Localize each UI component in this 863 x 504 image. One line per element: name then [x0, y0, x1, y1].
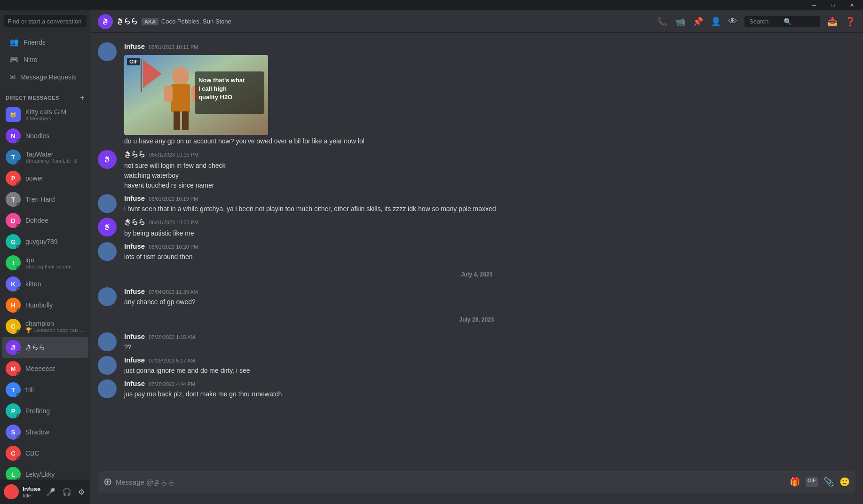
- profile-icon[interactable]: 👁: [728, 16, 737, 26]
- tren-hard-name: Tren Hard: [25, 196, 85, 203]
- message-group-3: Infuse 06/01/2023 10:19 PM i hvnt seen t…: [90, 192, 863, 216]
- iqe-info: iqe Sharing their screen: [25, 256, 85, 269]
- msg-header-6: Infuse 07/04/2023 11:39 AM: [124, 287, 855, 295]
- dm-item-leky-lkky[interactable]: L Leky/Lkky: [2, 464, 88, 480]
- header-search[interactable]: Search 🔍: [744, 16, 820, 27]
- msg-text-2b: watching waterboy: [124, 171, 855, 181]
- shadow-name: Shadow: [25, 428, 85, 436]
- divider-line-left-2: [98, 320, 453, 320]
- svg-rect-5: [174, 111, 180, 130]
- champion-name: champion: [25, 320, 85, 327]
- cbc-info: CBC: [25, 449, 85, 457]
- dm-item-kitten[interactable]: K kitten: [2, 274, 88, 294]
- meeeeeat-avatar: M: [6, 361, 21, 376]
- dm-item-iqe[interactable]: I iqe Sharing their screen: [2, 252, 88, 273]
- humbully-avatar: H: [6, 298, 21, 313]
- help-icon[interactable]: ❓: [845, 16, 855, 27]
- shadow-avatar: S: [6, 425, 21, 440]
- dm-item-kirara[interactable]: き きらら: [2, 337, 88, 358]
- user-area: Infuse Idle 🎤 🎧 ⚙: [0, 480, 90, 504]
- tren-hard-avatar: T: [6, 192, 21, 207]
- channel-avatar: き: [98, 14, 113, 29]
- input-add-button[interactable]: ⊕: [103, 476, 112, 488]
- prefiring-avatar: P: [6, 403, 21, 418]
- video-call-icon[interactable]: 📹: [675, 16, 685, 27]
- dm-section-header: DIRECT MESSAGES +: [0, 88, 90, 104]
- kirara-avatar-msg4: き: [98, 218, 117, 236]
- message-input[interactable]: [116, 478, 786, 486]
- svg-text:I call high: I call high: [198, 85, 227, 92]
- channel-name: きらら: [117, 17, 138, 26]
- msg-author-2: きらら: [124, 150, 145, 159]
- dm-item-tren-hard[interactable]: T Tren Hard: [2, 189, 88, 210]
- msg-header-5: Infuse 06/01/2023 10:20 PM: [124, 242, 855, 250]
- msg-content-3: Infuse 06/01/2023 10:19 PM i hvnt seen t…: [124, 194, 855, 214]
- leky-lkky-name: Leky/Lkky: [25, 471, 85, 478]
- gift-icon[interactable]: 🎁: [790, 477, 800, 487]
- dm-section-label: DIRECT MESSAGES: [6, 95, 59, 101]
- sticker-icon[interactable]: 📎: [823, 477, 834, 487]
- settings-button[interactable]: ⚙: [76, 487, 87, 497]
- kitty-cats-gim-avatar: 🐱: [6, 107, 21, 122]
- dm-item-humbully[interactable]: H Humbully: [2, 295, 88, 315]
- add-friend-icon[interactable]: 👤: [711, 16, 721, 27]
- sidebar-item-message-requests[interactable]: ✉ Message Requests: [4, 69, 87, 85]
- emoji-icon[interactable]: 🙂: [839, 477, 850, 487]
- infuse-avatar-6: [98, 287, 117, 306]
- msg-text-6: any chance of gp owed?: [124, 297, 855, 307]
- dm-item-kitty-cats-gim[interactable]: 🐱 Kitty cats GIM 4 Members: [2, 104, 88, 125]
- self-info: Infuse Idle: [23, 486, 44, 498]
- tapwater-avatar: T: [6, 150, 21, 165]
- dm-item-dohdee[interactable]: D Dohdee: [2, 210, 88, 231]
- find-conversation-input[interactable]: Find or start a conversation: [4, 15, 87, 27]
- inbox-icon[interactable]: 📥: [827, 16, 838, 27]
- sidebar-item-nitro[interactable]: 🎮 Nitro: [4, 51, 87, 68]
- dm-item-tapwater[interactable]: T TapWater Streaming RuneLite 🖥: [2, 147, 88, 167]
- msg-content-2: きらら 06/01/2023 10:15 PM not sure will lo…: [124, 150, 855, 190]
- msg-text-5: lots of tism around then: [124, 252, 855, 262]
- dm-item-prefiring[interactable]: P Prefiring: [2, 401, 88, 421]
- dm-item-power[interactable]: P power: [2, 168, 88, 189]
- header-search-icon: 🔍: [784, 18, 815, 25]
- gif-button[interactable]: GIF: [806, 477, 818, 487]
- dm-item-meeeeeat[interactable]: M Meeeeeat: [2, 358, 88, 379]
- restore-button[interactable]: □: [823, 0, 842, 10]
- sidebar-item-friends[interactable]: 👥 Friends: [4, 34, 87, 50]
- trill-avatar: T: [6, 382, 21, 397]
- sidebar-nav: 👥 Friends 🎮 Nitro ✉ Message Requests: [0, 32, 90, 88]
- headset-button[interactable]: 🎧: [60, 487, 73, 497]
- dm-item-noodles[interactable]: N Noodles: [2, 126, 88, 146]
- dm-item-shadow[interactable]: S Shadow: [2, 422, 88, 442]
- msg-content-1: Infuse 06/01/2023 10:11 PM: [124, 42, 855, 146]
- dm-item-guyguy789[interactable]: G guyguy789: [2, 231, 88, 252]
- msg-header-4: きらら 06/01/2023 10:20 PM: [124, 218, 855, 227]
- kitten-name: kitten: [25, 280, 85, 288]
- pin-icon[interactable]: 📌: [693, 16, 703, 27]
- minimize-button[interactable]: ─: [805, 0, 823, 10]
- shadow-info: Shadow: [25, 428, 85, 436]
- date-divider-july28: July 28, 2023: [90, 313, 863, 327]
- dm-add-button[interactable]: +: [80, 94, 85, 102]
- humbully-info: Humbully: [25, 301, 85, 309]
- date-divider-july4: July 4, 2023: [90, 268, 863, 282]
- dm-item-trill[interactable]: T trill: [2, 379, 88, 400]
- divider-text-1: July 4, 2023: [455, 271, 498, 278]
- msg-text-9: jus pay me back plz, dont make me go thr…: [124, 389, 855, 399]
- message-group-8: Infuse 07/28/2023 5:17 AM just gonna ign…: [90, 354, 863, 378]
- voice-call-icon[interactable]: 📞: [657, 16, 667, 27]
- close-button[interactable]: ✕: [842, 0, 861, 10]
- msg-timestamp-1: 06/01/2023 10:11 PM: [149, 44, 198, 50]
- power-name: power: [25, 174, 85, 182]
- kirara-avatar: き: [6, 340, 21, 355]
- dm-item-champion[interactable]: C champion 🏆 Leonardo baby can you co...: [2, 316, 88, 337]
- dm-item-cbc[interactable]: C CBC: [2, 443, 88, 464]
- msg-timestamp-3: 06/01/2023 10:19 PM: [149, 196, 198, 202]
- message-group-2: き きらら 06/01/2023 10:15 PM not sure will …: [90, 148, 863, 192]
- mic-button[interactable]: 🎤: [44, 487, 57, 497]
- cbc-name: CBC: [25, 449, 85, 457]
- msg-header-2: きらら 06/01/2023 10:15 PM: [124, 150, 855, 159]
- friends-icon: 👥: [9, 38, 19, 47]
- guyguy789-info: guyguy789: [25, 238, 85, 245]
- guyguy789-name: guyguy789: [25, 238, 85, 245]
- message-group-6: Infuse 07/04/2023 11:39 AM any chance of…: [90, 285, 863, 309]
